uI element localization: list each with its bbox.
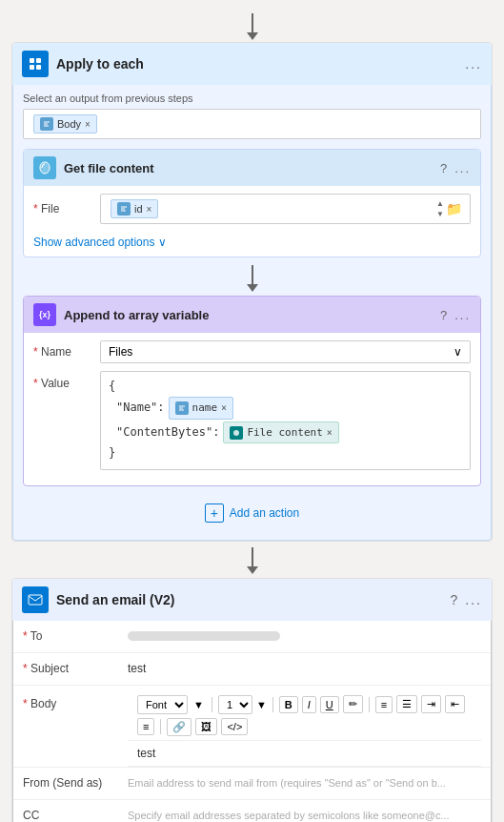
code-button[interactable]: </> bbox=[221, 718, 248, 735]
svg-point-4 bbox=[233, 430, 239, 436]
body-editor: Font ▼ 12 ▼ B I U ✏ ≡ bbox=[128, 691, 481, 767]
send-email-help[interactable]: ? bbox=[451, 592, 458, 607]
name-value: Files bbox=[109, 345, 132, 359]
append-menu[interactable]: ... bbox=[454, 308, 471, 322]
name-token-close[interactable]: × bbox=[221, 401, 227, 416]
svg-rect-0 bbox=[30, 58, 34, 63]
content-token-label: File content bbox=[247, 424, 322, 442]
from-value[interactable]: Email address to send mail from (require… bbox=[128, 777, 481, 789]
name-field-row: Name Files ∨ bbox=[33, 340, 471, 363]
file-id-token: id × bbox=[111, 199, 158, 218]
outdent-button[interactable]: ⇤ bbox=[445, 695, 465, 713]
toolbar-divider-4 bbox=[160, 719, 161, 734]
subject-field-row: Subject test bbox=[13, 653, 491, 686]
file-field-row: File id × ▲ ▼ bbox=[33, 194, 471, 224]
add-plus: + bbox=[211, 505, 218, 521]
file-input[interactable]: id × ▲ ▼ 📁 bbox=[100, 194, 471, 224]
file-id-icon bbox=[117, 202, 131, 216]
list-ol-button[interactable]: ≡ bbox=[375, 696, 393, 713]
apply-each-actions: ... bbox=[465, 56, 482, 72]
get-file-icon bbox=[33, 156, 56, 179]
file-label: File bbox=[33, 202, 100, 216]
indent-button[interactable]: ⇥ bbox=[421, 695, 441, 713]
body-token-label: Body bbox=[57, 118, 81, 130]
send-email-title: Send an email (V2) bbox=[56, 592, 451, 607]
add-action-button[interactable]: + Add an action bbox=[23, 494, 481, 532]
apply-each-header: Apply to each ... bbox=[12, 43, 492, 85]
content-row: "ContentBytes": File content × bbox=[109, 421, 462, 445]
select-output-label: Select an output from previous steps bbox=[23, 92, 481, 104]
file-folder-icon[interactable]: 📁 bbox=[446, 201, 462, 216]
send-email-menu[interactable]: ... bbox=[465, 592, 482, 607]
to-value[interactable] bbox=[128, 631, 481, 641]
svg-rect-1 bbox=[36, 58, 41, 63]
name-key: "Name": bbox=[116, 399, 165, 417]
link-button[interactable]: 🔗 bbox=[167, 718, 192, 736]
subject-text: test bbox=[128, 662, 146, 675]
send-email-body: To Subject test Body Font bbox=[12, 621, 492, 822]
add-action-label: Add an action bbox=[230, 506, 299, 520]
pen-button[interactable]: ✏ bbox=[343, 695, 363, 713]
body-token: Body × bbox=[33, 114, 97, 134]
advanced-options-link[interactable]: Show advanced options ∨ bbox=[33, 236, 167, 249]
append-array-body: Name Files ∨ Value { "Name": bbox=[24, 333, 480, 485]
apply-each-title: Apply to each bbox=[56, 56, 465, 72]
get-file-header: Get file content ? ... bbox=[24, 150, 480, 186]
inner-connector-1 bbox=[23, 265, 481, 292]
image-button[interactable]: 🖼 bbox=[195, 718, 217, 735]
name-dropdown[interactable]: Files ∨ bbox=[100, 340, 471, 363]
get-file-menu[interactable]: ... bbox=[454, 161, 471, 175]
send-email-icon bbox=[22, 586, 49, 613]
from-field-row: From (Send as) Email address to send mai… bbox=[13, 768, 491, 800]
font-select[interactable]: Font bbox=[137, 695, 188, 714]
file-up-arrow[interactable]: ▲ bbox=[436, 199, 444, 208]
content-key: "ContentBytes": bbox=[116, 423, 219, 442]
cc-field-row: CC Specify email addresses separated by … bbox=[13, 800, 491, 822]
svg-rect-3 bbox=[36, 65, 41, 70]
advanced-options-text: Show advanced options bbox=[33, 236, 154, 249]
body-toolbar: Font ▼ 12 ▼ B I U ✏ ≡ bbox=[128, 691, 481, 741]
apply-each-body: Select an output from previous steps Bod… bbox=[12, 85, 492, 541]
font-size-select[interactable]: 12 bbox=[218, 695, 252, 714]
apply-each-card: Apply to each ... Select an output from … bbox=[11, 42, 493, 542]
file-id-close[interactable]: × bbox=[147, 204, 152, 215]
get-file-help[interactable]: ? bbox=[440, 161, 447, 175]
body-label: Body bbox=[23, 691, 128, 710]
cc-label: CC bbox=[23, 809, 128, 822]
flow-container: Apply to each ... Select an output from … bbox=[0, 0, 504, 822]
get-file-title: Get file content bbox=[64, 161, 440, 175]
subject-value[interactable]: test bbox=[128, 662, 481, 675]
name-token: name × bbox=[169, 397, 234, 420]
value-textarea[interactable]: { "Name": name × bbox=[100, 371, 471, 470]
file-down-arrow[interactable]: ▼ bbox=[436, 210, 444, 218]
value-field-row: Value { "Name": name × bbox=[33, 371, 471, 470]
send-email-card: Send an email (V2) ? ... To Subject test bbox=[11, 578, 493, 822]
font-label: ▼ bbox=[192, 699, 206, 710]
from-label: From (Send as) bbox=[23, 776, 128, 790]
body-label-row: Body Font ▼ 12 ▼ B I bbox=[13, 686, 491, 768]
name-label: Name bbox=[33, 345, 100, 359]
align-button[interactable]: ≡ bbox=[137, 718, 154, 735]
apply-each-menu[interactable]: ... bbox=[465, 56, 482, 72]
bold-button[interactable]: B bbox=[279, 696, 298, 713]
body-content[interactable]: test bbox=[128, 741, 481, 767]
file-id-label: id bbox=[134, 203, 143, 215]
append-array-header: {x} Append to array variable ? ... bbox=[24, 297, 480, 333]
svg-rect-5 bbox=[29, 595, 42, 605]
append-help[interactable]: ? bbox=[440, 308, 447, 322]
body-token-field[interactable]: Body × bbox=[23, 109, 481, 139]
add-action-icon: + bbox=[205, 503, 224, 523]
cc-value[interactable]: Specify email addresses separated by sem… bbox=[128, 810, 481, 821]
font-size-arrow: ▼ bbox=[256, 699, 267, 710]
list-ul-button[interactable]: ☰ bbox=[396, 695, 417, 713]
toolbar-divider-3 bbox=[369, 697, 370, 712]
append-array-actions: ? ... bbox=[440, 308, 471, 322]
body-text: test bbox=[137, 747, 155, 760]
body-token-close[interactable]: × bbox=[85, 119, 91, 130]
svg-rect-2 bbox=[30, 65, 34, 70]
content-token-close[interactable]: × bbox=[327, 425, 333, 441]
body-token-icon bbox=[40, 117, 53, 131]
italic-button[interactable]: I bbox=[302, 696, 316, 713]
to-label: To bbox=[23, 629, 128, 643]
underline-button[interactable]: U bbox=[320, 696, 339, 713]
